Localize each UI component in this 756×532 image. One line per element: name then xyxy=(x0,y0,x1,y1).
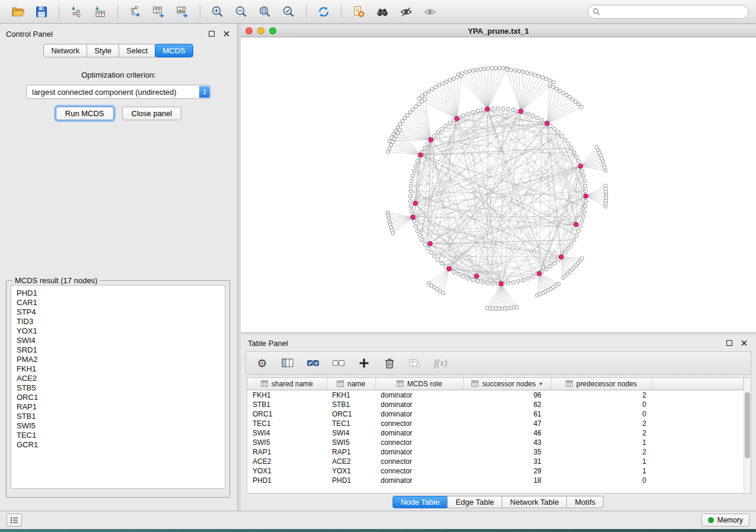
tab-style[interactable]: Style xyxy=(87,44,119,57)
table-settings-button[interactable]: ⚙ xyxy=(254,355,270,371)
mcds-result-item[interactable]: ACE2 xyxy=(17,374,219,383)
mcds-result-item[interactable]: SWI4 xyxy=(17,336,219,345)
table-row[interactable]: PHD1PHD1dominator180 xyxy=(247,476,744,485)
cell-name[interactable]: STB1 xyxy=(327,400,375,409)
column-header-successor-nodes[interactable]: successor nodes▾ xyxy=(463,378,551,390)
cell-predecessors[interactable]: 2 xyxy=(551,428,652,438)
close-table-panel-button[interactable] xyxy=(739,338,749,348)
cell-successors[interactable]: 46 xyxy=(463,428,551,438)
network-window-titlebar[interactable]: YPA_prune.txt_1 xyxy=(241,25,756,37)
table-row[interactable]: TEC1TEC1connector472 xyxy=(247,419,744,428)
select-all-columns-button[interactable] xyxy=(305,355,321,371)
import-table-button[interactable] xyxy=(90,3,111,21)
export-table-button[interactable] xyxy=(148,3,170,21)
cell-role[interactable]: dominator xyxy=(375,428,463,438)
column-header-shared-name[interactable]: shared name xyxy=(247,378,327,390)
delete-columns-button[interactable] xyxy=(382,355,397,371)
cell-name[interactable]: ORC1 xyxy=(327,409,375,419)
cell-predecessors[interactable]: 0 xyxy=(551,400,652,409)
cell-successors[interactable]: 47 xyxy=(463,419,551,428)
cell-role[interactable]: dominator xyxy=(375,447,463,457)
column-header-name[interactable]: name xyxy=(327,378,375,390)
close-panel-button-mcds[interactable]: Close panel xyxy=(122,107,182,120)
mcds-result-item[interactable]: FKH1 xyxy=(17,364,219,374)
cell-role[interactable]: dominator xyxy=(375,390,463,400)
optimization-criterion-select[interactable]: largest connected component (undirected)… xyxy=(26,85,211,99)
zoom-in-button[interactable] xyxy=(207,3,228,21)
scrollbar-thumb[interactable] xyxy=(745,392,750,459)
cell-successors[interactable]: 43 xyxy=(463,438,551,447)
tab-edge-table[interactable]: Edge Table xyxy=(447,496,502,508)
function-builder-button[interactable]: f(x) xyxy=(433,355,448,371)
cell-name[interactable]: TEC1 xyxy=(327,419,375,428)
table-row[interactable]: RAP1RAP1dominator352 xyxy=(247,447,744,457)
table-row[interactable]: SWI4SWI4dominator462 xyxy=(247,428,744,438)
zoom-fit-button[interactable] xyxy=(254,3,276,21)
table-row[interactable]: ORC1ORC1dominator610 xyxy=(247,409,744,419)
mcds-result-item[interactable]: ORC1 xyxy=(17,393,219,402)
table-row[interactable]: SWI5SWI5connector431 xyxy=(247,438,744,447)
cell-predecessors[interactable]: 2 xyxy=(551,390,652,400)
cell-role[interactable]: dominator xyxy=(375,409,463,419)
run-mcds-button[interactable]: Run MCDS xyxy=(56,107,114,120)
cell-name[interactable]: FKH1 xyxy=(327,390,375,400)
cell-successors[interactable]: 18 xyxy=(463,476,551,485)
refresh-layout-button[interactable] xyxy=(313,3,334,21)
cell-predecessors[interactable]: 2 xyxy=(551,447,652,457)
cell-shared_name[interactable]: RAP1 xyxy=(247,447,327,457)
maximize-window-button[interactable] xyxy=(269,27,276,34)
cell-predecessors[interactable]: 1 xyxy=(551,466,652,476)
table-row[interactable]: STB1STB1dominator620 xyxy=(247,400,744,409)
cell-shared_name[interactable]: ORC1 xyxy=(247,409,327,419)
column-header-predecessor-nodes[interactable]: predecessor nodes xyxy=(551,378,652,390)
cell-role[interactable]: connector xyxy=(375,438,463,447)
open-file-button[interactable] xyxy=(7,3,28,21)
mcds-result-item[interactable]: PHD1 xyxy=(17,289,219,298)
cell-successors[interactable]: 35 xyxy=(463,447,551,457)
mcds-result-item[interactable]: PMA2 xyxy=(17,355,219,364)
mcds-result-item[interactable]: SRD1 xyxy=(17,345,219,355)
cell-successors[interactable]: 29 xyxy=(463,466,551,476)
cell-shared_name[interactable]: ACE2 xyxy=(247,457,327,466)
mcds-result-item[interactable]: TEC1 xyxy=(17,431,219,440)
find-button[interactable] xyxy=(372,3,393,21)
cell-shared_name[interactable]: YOX1 xyxy=(247,466,327,476)
cell-shared_name[interactable]: FKH1 xyxy=(247,390,327,400)
cell-shared_name[interactable]: SWI5 xyxy=(247,438,327,447)
close-panel-button[interactable] xyxy=(222,29,231,39)
tab-node-table[interactable]: Node Table xyxy=(393,496,448,508)
cell-role[interactable]: connector xyxy=(375,457,463,466)
import-network-button[interactable] xyxy=(66,3,87,21)
table-vertical-scrollbar[interactable] xyxy=(744,378,751,493)
cell-successors[interactable]: 61 xyxy=(463,409,551,419)
cell-role[interactable]: connector xyxy=(375,419,463,428)
search-input[interactable] xyxy=(588,5,749,19)
cell-predecessors[interactable]: 1 xyxy=(551,457,652,466)
close-window-button[interactable] xyxy=(245,27,253,34)
unselect-all-columns-button[interactable] xyxy=(331,355,346,371)
save-session-button[interactable] xyxy=(31,3,52,21)
column-header-mcds-role[interactable]: MCDS role xyxy=(375,378,463,390)
tab-select[interactable]: Select xyxy=(119,44,155,57)
cell-role[interactable]: dominator xyxy=(375,400,463,409)
zoom-selected-button[interactable] xyxy=(278,3,299,21)
mcds-result-item[interactable]: YOX1 xyxy=(17,326,219,336)
create-column-button[interactable] xyxy=(356,355,372,371)
cell-name[interactable]: PHD1 xyxy=(327,476,375,485)
cell-shared_name[interactable]: SWI4 xyxy=(247,428,327,438)
hide-unhide-button[interactable] xyxy=(395,3,417,21)
mcds-result-item[interactable]: STB5 xyxy=(17,383,219,393)
network-canvas[interactable] xyxy=(241,37,756,332)
zoom-out-button[interactable] xyxy=(231,3,252,21)
task-history-button[interactable] xyxy=(7,514,22,527)
mcds-result-item[interactable]: STP4 xyxy=(17,307,219,317)
mcds-result-item[interactable]: TID3 xyxy=(17,317,219,326)
cell-shared_name[interactable]: STB1 xyxy=(247,400,327,409)
cell-name[interactable]: SWI4 xyxy=(327,428,375,438)
tab-network-table[interactable]: Network Table xyxy=(502,496,567,508)
cell-name[interactable]: ACE2 xyxy=(327,457,375,466)
cell-predecessors[interactable]: 0 xyxy=(551,409,652,419)
cell-name[interactable]: YOX1 xyxy=(327,466,375,476)
tab-motifs[interactable]: Motifs xyxy=(566,496,604,508)
cell-role[interactable]: dominator xyxy=(375,476,463,485)
